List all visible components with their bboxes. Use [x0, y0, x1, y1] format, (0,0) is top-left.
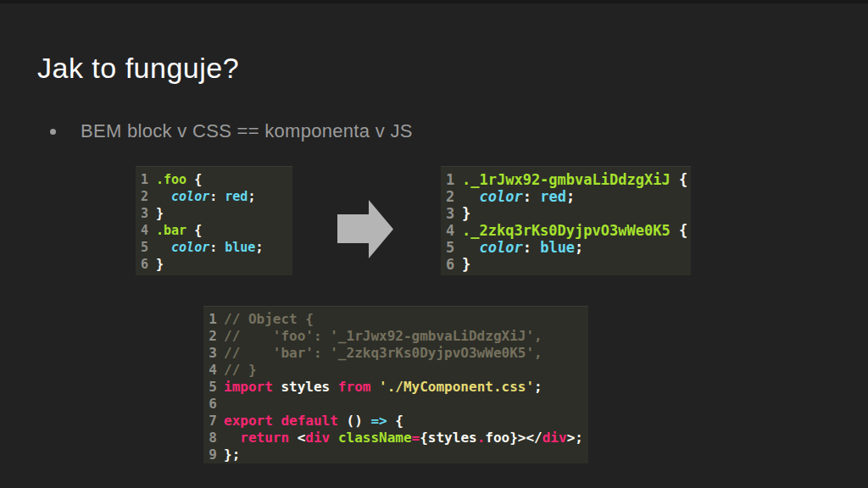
line-number: 6	[446, 256, 454, 273]
line-number: 7	[209, 413, 217, 430]
token: ;	[255, 240, 263, 255]
code-line: 3}	[141, 205, 289, 222]
token: =>	[370, 413, 387, 429]
token	[370, 379, 379, 395]
code-line: 5 color: blue;	[141, 239, 289, 256]
code-block-js-component: 1// Object {2// 'foo': '_1rJwx92-gmbvaLi…	[203, 306, 588, 463]
token: }	[462, 205, 470, 222]
token: styles	[273, 379, 338, 395]
token: .	[477, 430, 486, 446]
line-number: 1	[446, 171, 454, 188]
slide: Jak to funguje? BEM block v CSS == kompo…	[0, 0, 868, 488]
code-line: 1// Object {	[209, 311, 585, 328]
bullet-text: BEM block v CSS == komponenta v JS	[81, 120, 413, 142]
token: {	[387, 413, 403, 429]
token: {styles	[420, 430, 476, 446]
token: :	[209, 189, 225, 204]
bullet-marker-icon	[50, 129, 56, 135]
code-text: color: red;	[156, 188, 255, 205]
code-text: }	[462, 205, 470, 222]
code-line: 2// 'foo': '_1rJwx92-gmbvaLiDdzgXiJ',	[209, 328, 585, 345]
token: blue	[540, 239, 575, 256]
code-line: 4.bar {	[141, 222, 289, 239]
code-line: 5import styles from './MyComponent.css';	[209, 379, 585, 396]
token: // Object {	[224, 311, 314, 327]
token: foo}></	[485, 430, 542, 446]
code-text: }	[462, 256, 470, 273]
token: :	[523, 239, 540, 256]
token: .bar	[156, 223, 186, 238]
line-number: 3	[446, 205, 454, 222]
code-line: 6}	[141, 256, 289, 273]
code-line: 6	[209, 396, 585, 413]
line-number: 2	[446, 188, 454, 205]
token: './MyComponent.css'	[379, 379, 534, 395]
token: import	[224, 379, 273, 395]
token: ()	[338, 413, 371, 429]
token: red	[225, 189, 248, 204]
code-text: return <div className={styles.foo}></div…	[224, 430, 583, 446]
token: >;	[567, 430, 583, 446]
line-number: 2	[141, 188, 148, 205]
token	[330, 430, 338, 446]
code-text: }	[156, 205, 164, 222]
code-line: 9};	[209, 446, 585, 463]
token: color	[171, 240, 209, 255]
line-number: 2	[209, 328, 217, 345]
code-line: 2 color: red;	[446, 188, 687, 205]
line-number: 1	[209, 311, 217, 328]
token	[462, 188, 479, 205]
line-number: 3	[141, 205, 148, 222]
code-text: }	[156, 256, 164, 273]
token	[156, 189, 171, 204]
token	[462, 239, 479, 256]
line-number: 9	[209, 446, 217, 463]
code-line: 4// }	[209, 362, 585, 379]
token: // 'foo': '_1rJwx92-gmbvaLiDdzgXiJ',	[224, 328, 542, 344]
code-text: ._1rJwx92-gmbvaLiDdzgXiJ {	[462, 171, 687, 188]
line-number: 6	[209, 396, 217, 413]
token: red	[540, 188, 566, 205]
line-number: 5	[209, 379, 217, 396]
code-line: 2 color: red;	[141, 188, 289, 205]
token: ;	[566, 188, 575, 205]
code-text: // }	[224, 362, 257, 379]
code-text: };	[224, 446, 240, 463]
code-line: 1.foo {	[141, 171, 289, 188]
token: div	[542, 430, 567, 446]
token: color	[171, 189, 209, 204]
code-line: 5 color: blue;	[446, 239, 687, 256]
line-number: 4	[209, 362, 217, 379]
line-number: 3	[209, 345, 217, 362]
code-text: import styles from './MyComponent.css';	[224, 379, 542, 396]
code-line: 3}	[446, 205, 687, 222]
token: ;	[248, 189, 255, 204]
token: color	[479, 239, 522, 256]
token: :	[523, 188, 540, 205]
line-number: 1	[141, 171, 148, 188]
arrow-right-icon	[337, 199, 393, 259]
token: div	[305, 430, 330, 446]
token: }	[462, 256, 470, 273]
token: from	[338, 379, 371, 395]
token: // 'bar': '_2zkq3rKs0DyjpvO3wWe0K5',	[224, 345, 542, 361]
token	[224, 430, 240, 446]
code-line: 4._2zkq3rKs0DyjpvO3wWe0K5 {	[446, 222, 687, 239]
code-text: // Object {	[224, 311, 314, 328]
code-text: export default () => {	[224, 413, 403, 430]
line-number: 5	[141, 239, 148, 256]
token: {	[670, 171, 687, 188]
token: blue	[225, 240, 255, 255]
line-number: 4	[141, 222, 148, 239]
slide-title: Jak to funguje?	[37, 49, 239, 86]
code-line: 8 return <div className={styles.foo}></d…	[209, 430, 585, 446]
code-line: 6}	[446, 256, 687, 273]
token: color	[479, 188, 522, 205]
token: ._1rJwx92-gmbvaLiDdzgXiJ	[462, 171, 670, 188]
token: =	[412, 430, 420, 446]
token	[156, 240, 171, 255]
line-number: 5	[446, 239, 454, 256]
code-text: color: red;	[462, 188, 575, 205]
token: }	[156, 206, 164, 221]
token: };	[224, 446, 240, 463]
